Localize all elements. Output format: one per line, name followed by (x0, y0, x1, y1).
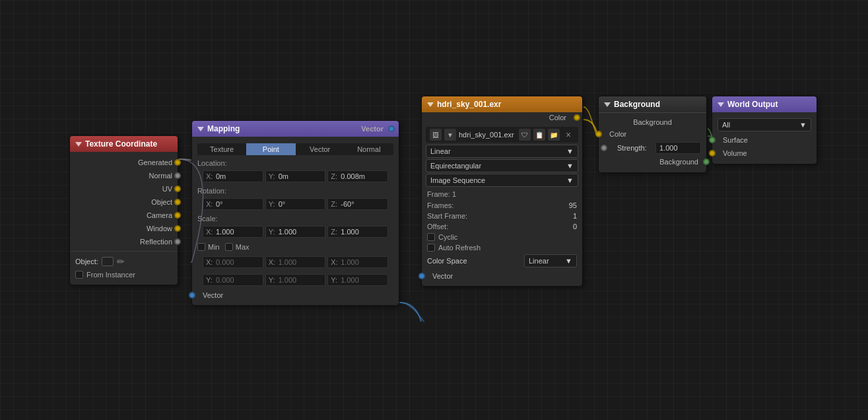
max-label: Max (236, 243, 250, 251)
location-y-value: 0m (279, 172, 288, 180)
socket-row-window: Window (70, 222, 178, 235)
background-collapse-triangle[interactable] (604, 102, 611, 107)
world-output-node: World Output All ▼ Surface Volume (712, 96, 817, 164)
frames-row: Frames: 95 (422, 200, 582, 211)
object-label: Object (151, 198, 172, 206)
color-space-row: Color Space Linear ▼ (422, 253, 582, 270)
location-y-field[interactable]: Y: 0m (265, 170, 326, 182)
max2-x-value: 1.000 (341, 258, 359, 266)
cyclic-label: Cyclic (438, 233, 457, 241)
texture-coord-title: Texture Coordinate (85, 139, 157, 149)
hdri-filename: hdri_sky_001.exr (459, 131, 516, 139)
auto-refresh-label: Auto Refresh (438, 244, 481, 252)
uv-label: UV (162, 185, 172, 193)
eyedropper-icon[interactable]: ✏ (117, 256, 125, 267)
generated-label: Generated (138, 158, 172, 166)
background-title: Background (614, 100, 660, 109)
object-color-field[interactable] (102, 257, 114, 266)
rotation-y-value: 0° (279, 200, 286, 208)
world-output-collapse-triangle[interactable] (718, 102, 724, 107)
color-space-chevron: ▼ (565, 257, 572, 265)
uv-socket[interactable] (174, 186, 181, 192)
image-sequence-dropdown[interactable]: Image Sequence ▼ (426, 174, 578, 187)
wo-surface-socket[interactable] (709, 137, 716, 143)
equirectangular-dropdown[interactable]: Equirectangular ▼ (426, 159, 578, 172)
bg-color-input-socket[interactable] (595, 131, 602, 137)
copy-icon-btn[interactable]: 📋 (533, 129, 545, 141)
rotation-y-field[interactable]: Y: 0° (265, 198, 326, 210)
reflection-socket[interactable] (174, 238, 181, 245)
scale-z-field[interactable]: Z: 1.000 (327, 226, 388, 238)
generated-socket[interactable] (174, 159, 181, 166)
hdri-collapse-triangle[interactable] (427, 102, 434, 107)
wo-volume-socket[interactable] (709, 150, 716, 157)
location-z-field[interactable]: Z: 0.008m (327, 170, 388, 182)
start-frame-value: 1 (573, 212, 577, 220)
world-output-header: World Output (712, 96, 817, 112)
scale-x-value: 1.000 (216, 228, 234, 236)
start-frame-row: Start Frame: 1 (422, 211, 582, 221)
mapping-tabs: Texture Point Vector Normal (197, 143, 393, 155)
rotation-z-field[interactable]: Z: -60° (327, 198, 388, 210)
auto-refresh-checkbox[interactable] (427, 244, 435, 252)
color-space-value: Linear (529, 257, 549, 265)
minmax-row: Min Max (192, 241, 399, 253)
scale-x-field[interactable]: X: 1.000 (203, 226, 263, 238)
window-label: Window (147, 225, 172, 232)
frame-label: Frame: 1 (422, 188, 582, 200)
from-instancer-checkbox[interactable] (75, 271, 83, 279)
linear-dropdown[interactable]: Linear ▼ (426, 145, 578, 158)
socket-row-normal: Normal (70, 169, 178, 182)
collapse-triangle[interactable] (75, 142, 82, 147)
color-output-label: Color (549, 114, 566, 122)
tab-vector[interactable]: Vector (296, 143, 345, 155)
max-x-value: 1.000 (279, 258, 297, 266)
dropdown-small-btn[interactable]: ▼ (444, 129, 456, 141)
image-icon-btn[interactable]: 🖼 (430, 129, 442, 141)
hdri-close-btn[interactable]: × (562, 129, 574, 141)
auto-refresh-row: Auto Refresh (422, 242, 582, 253)
location-x-field[interactable]: X: 0m (203, 170, 263, 182)
location-x-value: 0m (216, 172, 226, 180)
normal-socket[interactable] (174, 172, 181, 179)
camera-socket[interactable] (174, 212, 181, 219)
bg-strength-value[interactable]: 1.000 (655, 142, 701, 154)
wo-surface-label: Surface (718, 136, 748, 144)
mapping-vector-input-socket[interactable] (189, 292, 195, 298)
mapping-collapse-triangle[interactable] (197, 127, 204, 131)
min-label: Min (208, 243, 220, 251)
world-output-all-dropdown[interactable]: All ▼ (718, 118, 811, 131)
shield-icon-btn[interactable]: 🛡 (519, 129, 531, 141)
tab-point[interactable]: Point (246, 143, 295, 155)
frames-value: 95 (569, 201, 577, 209)
window-socket[interactable] (174, 225, 181, 232)
mapping-vector-label: Vector (361, 125, 384, 133)
hdri-color-socket[interactable] (574, 114, 580, 121)
tab-texture[interactable]: Texture (197, 143, 246, 155)
min-y-field: X: 1.000 (265, 256, 326, 268)
socket-row-uv: UV (70, 182, 178, 195)
linear-chevron: ▼ (566, 147, 574, 155)
rotation-x-field[interactable]: X: 0° (203, 198, 263, 210)
tab-normal[interactable]: Normal (345, 143, 393, 155)
max-checkbox[interactable] (225, 243, 233, 251)
object-socket[interactable] (174, 199, 181, 205)
bg-strength-input-socket[interactable] (601, 145, 607, 151)
max-checkbox-label: Max (225, 243, 250, 251)
cyclic-checkbox[interactable] (427, 233, 435, 241)
folder-icon-btn[interactable]: 📁 (548, 129, 560, 141)
bg-output-socket[interactable] (703, 158, 710, 165)
color-space-dropdown[interactable]: Linear ▼ (524, 254, 577, 267)
rotation-x-value: 0° (216, 200, 223, 208)
scale-y-field[interactable]: Y: 1.000 (265, 226, 326, 238)
bg-strength-label: Strength: (613, 144, 653, 152)
min-x-field: X: 0.000 (203, 256, 263, 268)
hdri-vector-input-socket[interactable] (418, 273, 425, 279)
min-checkbox[interactable] (197, 243, 205, 251)
color-output-row: Color (422, 112, 582, 123)
mapping-vector-output-socket[interactable] (388, 125, 395, 132)
offset-row: Offset: 0 (422, 221, 582, 232)
from-instancer-row: From Instancer (70, 269, 178, 281)
location-z-value: 0.008m (341, 172, 365, 180)
background-header: Background (599, 96, 706, 113)
